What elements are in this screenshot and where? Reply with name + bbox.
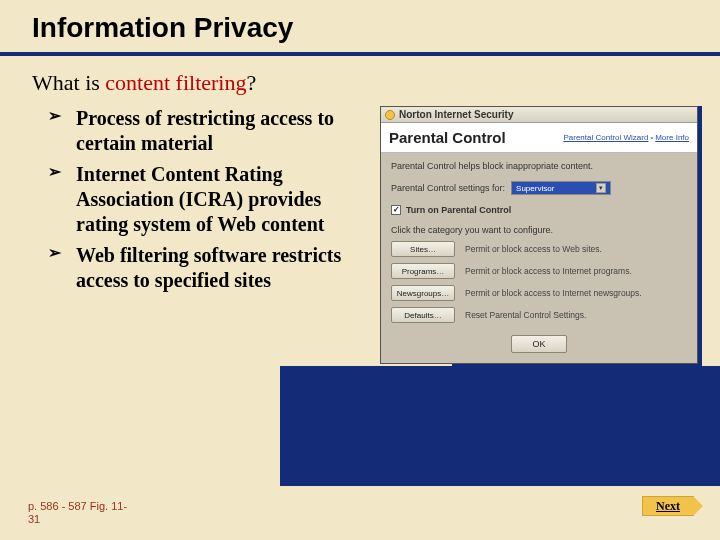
subtitle-suffix: ? xyxy=(246,70,256,95)
sites-desc: Permit or block access to Web sites. xyxy=(465,244,687,254)
settings-label: Parental Control settings for: xyxy=(391,183,505,193)
newsgroups-desc: Permit or block access to Internet newsg… xyxy=(465,288,687,298)
header-links: Parental Control WizardMore Info xyxy=(563,133,689,142)
next-button[interactable]: Next xyxy=(642,496,694,516)
chevron-down-icon: ▾ xyxy=(596,183,606,193)
sites-button[interactable]: Sites… xyxy=(391,241,455,257)
page-ref-line2: 31 xyxy=(28,513,40,525)
slide-subtitle: What is content filtering? xyxy=(0,56,720,96)
defaults-desc: Reset Parental Control Settings. xyxy=(465,310,687,320)
slide-title: Information Privacy xyxy=(0,0,720,44)
programs-desc: Permit or block access to Internet progr… xyxy=(465,266,687,276)
subtitle-accent: content filtering xyxy=(105,70,246,95)
screenshot-container: Norton Internet Security Parental Contro… xyxy=(380,106,702,364)
bullet-list: Process of restricting access to certain… xyxy=(48,106,368,364)
settings-row: Parental Control settings for: Superviso… xyxy=(391,181,687,195)
decorative-block xyxy=(280,366,720,486)
toggle-checkbox[interactable]: ✓ xyxy=(391,205,401,215)
category-grid: Sites… Permit or block access to Web sit… xyxy=(391,241,687,323)
window-title-text: Norton Internet Security xyxy=(399,109,513,120)
wizard-link[interactable]: Parental Control Wizard xyxy=(563,133,648,142)
list-item: Process of restricting access to certain… xyxy=(48,106,368,156)
page-reference: p. 586 - 587 Fig. 11- 31 xyxy=(28,500,127,526)
more-info-link[interactable]: More Info xyxy=(648,133,689,142)
subtitle-prefix: What is xyxy=(32,70,105,95)
programs-button[interactable]: Programs… xyxy=(391,263,455,279)
dropdown-value: Supervisor xyxy=(516,184,554,193)
app-icon xyxy=(385,110,395,120)
user-dropdown[interactable]: Supervisor ▾ xyxy=(511,181,611,195)
defaults-button[interactable]: Defaults… xyxy=(391,307,455,323)
list-item: Internet Content Rating Association (ICR… xyxy=(48,162,368,237)
toggle-row: ✓ Turn on Parental Control xyxy=(391,205,687,215)
ok-button[interactable]: OK xyxy=(511,335,567,353)
newsgroups-button[interactable]: Newsgroups… xyxy=(391,285,455,301)
category-intro: Click the category you want to configure… xyxy=(391,225,687,235)
window-heading-row: Parental Control Parental Control Wizard… xyxy=(381,123,697,153)
window-description: Parental Control helps block inappropria… xyxy=(391,161,687,171)
window-heading: Parental Control xyxy=(389,129,506,146)
window-titlebar: Norton Internet Security xyxy=(381,107,697,123)
page-ref-line1: p. 586 - 587 Fig. 11- xyxy=(28,500,127,512)
toggle-label: Turn on Parental Control xyxy=(406,205,511,215)
list-item: Web filtering software restricts access … xyxy=(48,243,368,293)
app-window: Norton Internet Security Parental Contro… xyxy=(380,106,698,364)
